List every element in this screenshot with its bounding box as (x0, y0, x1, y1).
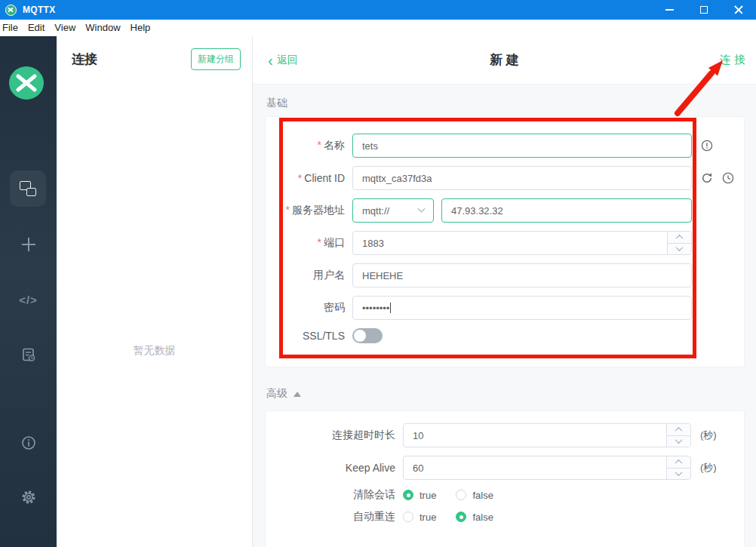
keepalive-label: Keep Alive (346, 462, 395, 474)
form-area: 基础 *名称 tets (253, 85, 756, 547)
clean-session-true-radio[interactable]: true (403, 490, 436, 501)
section-basic-title: 基础 (266, 97, 744, 110)
keepalive-unit: (秒) (700, 461, 717, 475)
timeout-increment-button[interactable] (667, 424, 690, 436)
app-title: MQTTX (23, 5, 56, 15)
radio-selected-icon (403, 490, 413, 500)
port-label: 端口 (324, 236, 345, 248)
empty-state-text: 暂无数据 (57, 344, 252, 358)
mqttx-window: MQTTX File Edit View Window Help (0, 0, 756, 547)
radio-unselected-icon (456, 490, 466, 500)
timeout-input[interactable]: 10 (403, 423, 691, 447)
timeout-label: 连接超时时长 (332, 429, 395, 441)
auto-reconnect-false-radio[interactable]: false (456, 512, 493, 523)
titlebar: MQTTX (0, 0, 756, 20)
name-label: 名称 (324, 139, 345, 151)
name-input[interactable]: tets (352, 134, 692, 158)
basic-section-card: *名称 tets *Client I (265, 116, 745, 367)
chevron-up-icon (676, 235, 684, 242)
gear-icon (21, 490, 36, 505)
plus-icon (20, 236, 37, 253)
port-spinner (667, 232, 691, 254)
close-button[interactable] (721, 0, 756, 20)
sidebar-item-connections[interactable] (10, 171, 46, 207)
main-content: ‹ 返回 新 建 连 接 基础 *名称 tets (253, 36, 756, 547)
close-icon (734, 5, 743, 14)
back-chevron-icon: ‹ (268, 55, 273, 66)
form-row-host: *服务器地址 mqtt:// 47.93.32.32 (266, 198, 744, 223)
maximize-icon (700, 6, 708, 14)
minimize-button[interactable] (652, 0, 687, 20)
sidebar-item-script[interactable]: </> (0, 293, 57, 306)
keepalive-increment-button[interactable] (667, 456, 690, 469)
mqttx-logo (9, 66, 44, 100)
client-id-input[interactable]: mqttx_ca37fd3a (352, 166, 692, 190)
sidebar-item-settings[interactable] (0, 490, 57, 505)
menu-edit[interactable]: Edit (28, 22, 52, 35)
keepalive-decrement-button[interactable] (667, 469, 690, 480)
form-row-username: 用户名 HEHEHE (266, 263, 744, 287)
advanced-section-card: 连接超时时长 10 (秒) (265, 410, 745, 547)
menu-help[interactable]: Help (131, 22, 158, 35)
keepalive-input[interactable]: 60 (403, 456, 691, 480)
protocol-select[interactable]: mqtt:// (352, 198, 434, 223)
ssl-toggle[interactable] (352, 328, 383, 343)
minimize-icon (665, 9, 674, 11)
refresh-client-id-icon[interactable] (701, 172, 713, 184)
timeout-unit: (秒) (700, 429, 717, 442)
sidebar-item-new-connection[interactable] (0, 236, 57, 253)
menu-view[interactable]: View (54, 22, 83, 35)
port-increment-button[interactable] (668, 232, 691, 244)
chevron-up-icon (675, 427, 683, 435)
info-icon (21, 435, 36, 450)
form-row-port: *端口 1883 (266, 231, 744, 255)
port-decrement-button[interactable] (668, 244, 691, 255)
window-controls (652, 0, 756, 20)
form-row-client-id: *Client ID mqttx_ca37fd3a (266, 166, 744, 190)
sidebar-item-about[interactable] (0, 435, 57, 450)
menu-window[interactable]: Window (85, 22, 128, 35)
required-mark: * (318, 139, 321, 151)
connect-button[interactable]: 连 接 (720, 53, 745, 67)
form-row-timeout: 连接超时时长 10 (秒) (266, 423, 744, 447)
timestamp-clock-icon[interactable] (722, 172, 734, 184)
chevron-down-icon (675, 469, 683, 476)
menu-file[interactable]: File (2, 22, 26, 35)
back-button[interactable]: ‹ 返回 (268, 54, 298, 67)
keepalive-spinner (666, 456, 690, 479)
connections-panel: 连接 新建分组 暂无数据 (57, 36, 253, 547)
log-file-icon (21, 347, 36, 362)
toggle-knob (354, 330, 366, 342)
password-label: 密码 (324, 301, 345, 313)
timeout-decrement-button[interactable] (667, 436, 690, 447)
form-row-clean-session: 清除会话 true false (266, 488, 744, 502)
connections-icon (20, 181, 36, 196)
form-row-name: *名称 tets (266, 134, 744, 158)
username-input[interactable]: HEHEHE (352, 263, 692, 287)
section-advanced-title: 高级 (266, 387, 744, 401)
chevron-up-icon (675, 459, 683, 467)
app-logo-icon (5, 5, 17, 16)
radio-unselected-icon (403, 512, 413, 522)
password-input[interactable]: •••••••• (352, 296, 692, 320)
chevron-down-icon (676, 244, 684, 251)
port-input[interactable]: 1883 (352, 231, 692, 255)
collapse-triangle-icon[interactable] (293, 392, 301, 397)
host-input[interactable]: 47.93.32.32 (441, 198, 692, 223)
back-label: 返回 (277, 54, 298, 67)
form-row-password: 密码 •••••••• (266, 296, 744, 320)
username-label: 用户名 (313, 269, 345, 281)
page-title: 新 建 (490, 51, 519, 69)
new-group-button[interactable]: 新建分组 (191, 48, 241, 70)
form-row-ssl: SSL/TLS (266, 328, 744, 343)
main-header: ‹ 返回 新 建 连 接 (253, 36, 756, 85)
chevron-down-icon (675, 436, 683, 444)
maximize-button[interactable] (687, 0, 721, 20)
connections-panel-title: 连接 (72, 51, 97, 68)
clean-session-false-radio[interactable]: false (456, 490, 493, 501)
auto-reconnect-true-radio[interactable]: true (403, 512, 436, 523)
auto-reconnect-label: 自动重连 (353, 510, 395, 522)
sidebar-item-log[interactable] (0, 347, 57, 362)
host-label: 服务器地址 (292, 204, 345, 216)
name-info-icon[interactable] (701, 140, 713, 152)
